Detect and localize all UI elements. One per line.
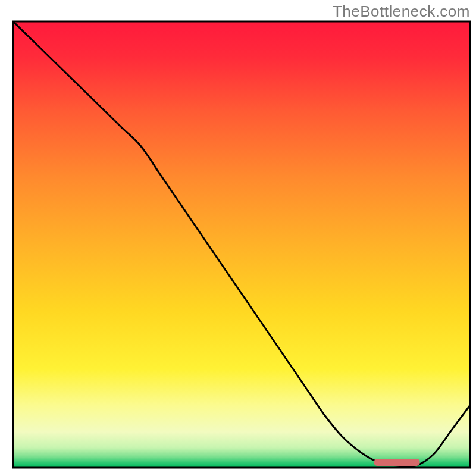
chart-container: TheBottleneck.com	[0, 0, 476, 476]
plot-area	[13, 21, 470, 468]
bottleneck-chart	[0, 0, 476, 476]
optimal-range-marker	[374, 459, 420, 466]
